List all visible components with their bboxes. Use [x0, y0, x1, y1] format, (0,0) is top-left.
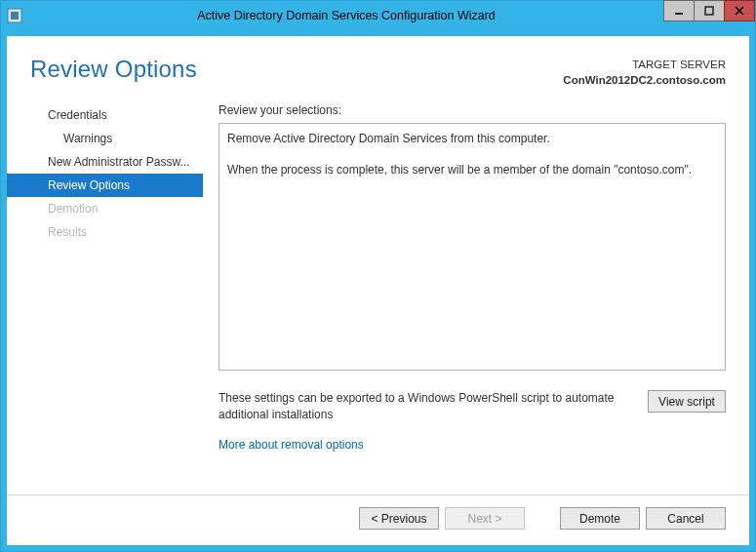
window-controls	[664, 1, 755, 30]
step-warnings[interactable]: Warnings	[7, 127, 203, 150]
wizard-window: Active Directory Domain Services Configu…	[0, 0, 756, 552]
page-header: Review Options TARGET SERVER ConWin2012D…	[7, 36, 749, 94]
previous-button[interactable]: < Previous	[359, 507, 439, 530]
target-server-label: TARGET SERVER	[563, 58, 726, 73]
view-script-button[interactable]: View script	[648, 390, 726, 413]
svg-rect-1	[11, 12, 19, 20]
step-new-admin-password[interactable]: New Administrator Passw...	[7, 150, 203, 174]
titlebar: Active Directory Domain Services Configu…	[1, 1, 755, 30]
wizard-steps-list: Credentials Warnings New Administrator P…	[7, 103, 203, 244]
window-title: Active Directory Domain Services Configu…	[28, 9, 664, 22]
export-description: These settings can be exported to a Wind…	[219, 390, 628, 424]
step-results: Results	[7, 220, 203, 244]
review-selections-label: Review your selections:	[219, 103, 726, 117]
svg-rect-2	[675, 13, 683, 15]
step-credentials[interactable]: Credentials	[7, 103, 203, 127]
step-review-options[interactable]: Review Options	[7, 174, 203, 197]
target-server-name: ConWin2012DC2.contoso.com	[563, 73, 726, 89]
minimize-button[interactable]	[663, 0, 695, 21]
export-row: These settings can be exported to a Wind…	[219, 390, 726, 424]
demote-button[interactable]: Demote	[560, 507, 640, 530]
more-about-removal-link[interactable]: More about removal options	[219, 438, 726, 452]
review-line-2: When the process is complete, this serve…	[227, 161, 717, 178]
app-icon	[1, 8, 28, 23]
svg-rect-3	[705, 7, 713, 15]
footer-gap	[531, 507, 554, 530]
review-selections-textbox[interactable]: Remove Active Directory Domain Services …	[219, 123, 726, 371]
main-panel: Review your selections: Remove Active Di…	[203, 94, 749, 494]
target-server-block: TARGET SERVER ConWin2012DC2.contoso.com	[563, 56, 726, 88]
wizard-footer: < Previous Next > Demote Cancel	[7, 494, 749, 545]
next-button: Next >	[445, 507, 525, 530]
content-frame: Review Options TARGET SERVER ConWin2012D…	[1, 36, 755, 551]
cancel-button[interactable]: Cancel	[646, 507, 726, 530]
wizard-steps-sidebar: Credentials Warnings New Administrator P…	[7, 94, 203, 494]
maximize-button[interactable]	[694, 0, 725, 21]
body: Credentials Warnings New Administrator P…	[7, 94, 749, 494]
page-title: Review Options	[30, 56, 197, 83]
close-button[interactable]	[724, 0, 755, 21]
step-demotion: Demotion	[7, 197, 203, 220]
review-line-1: Remove Active Directory Domain Services …	[227, 130, 717, 147]
